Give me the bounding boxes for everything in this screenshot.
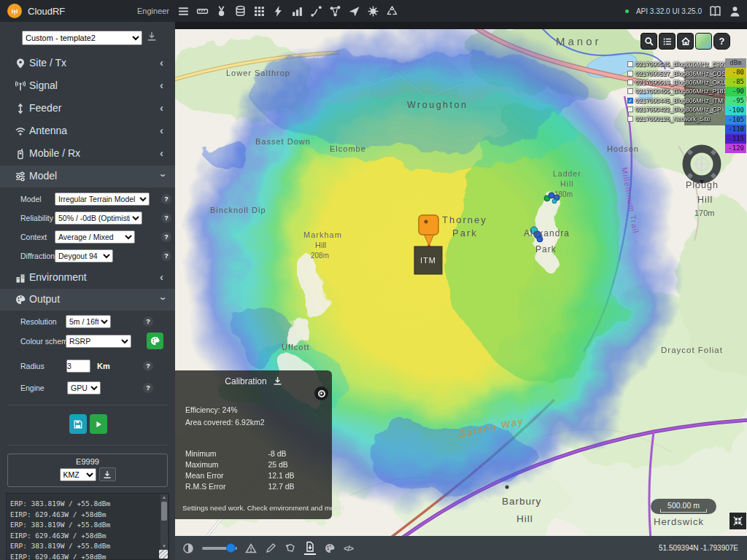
chevron-left-icon: ‹ — [160, 124, 163, 136]
sidebar-item-antenna[interactable]: Antenna‹ — [0, 120, 175, 142]
checkbox-unchecked[interactable] — [627, 71, 633, 77]
legend-entry: -105 — [725, 115, 746, 125]
chevron-left-icon: ‹ — [160, 79, 163, 91]
send-icon[interactable] — [348, 5, 360, 18]
sidebar-item-feeder[interactable]: Feeder‹ — [0, 98, 175, 120]
map-place-label: Markham — [303, 230, 342, 239]
radius-input[interactable] — [66, 359, 90, 373]
warning-icon[interactable] — [245, 542, 257, 554]
record-button[interactable] — [314, 386, 328, 400]
book-icon[interactable] — [709, 5, 721, 18]
checkbox-checked[interactable]: ✓ — [627, 98, 633, 104]
help-icon[interactable]: ? — [161, 251, 171, 261]
layers-list-button[interactable] — [659, 33, 676, 50]
basemap-button[interactable] — [695, 33, 712, 50]
code-icon[interactable]: </> — [344, 544, 353, 553]
checkbox-unchecked[interactable] — [627, 88, 633, 94]
medal-icon[interactable] — [215, 5, 228, 18]
export-box: E9999 KMZ — [7, 454, 168, 487]
contrast-icon[interactable] — [182, 542, 194, 554]
polygon-icon[interactable] — [285, 542, 296, 554]
chevron-left-icon: ‹ — [160, 101, 163, 114]
calibration-row: Maximum25 dB — [185, 459, 295, 470]
bolt-icon[interactable] — [272, 5, 285, 18]
export-download-button[interactable] — [99, 467, 116, 481]
legend-entry: -80 — [725, 68, 746, 77]
navbar: CloudRF Engineer API 3.32.0 UI 3.25.0 — [0, 0, 747, 22]
help-icon[interactable]: ? — [143, 316, 153, 327]
map-place-label: Elcombe — [330, 144, 366, 153]
help-icon[interactable]: ? — [143, 361, 153, 371]
console-scrollbar[interactable]: ▲ ▼ — [160, 494, 168, 559]
diffraction-select[interactable]: Deygout 94 — [55, 249, 113, 262]
run-button[interactable] — [90, 414, 107, 434]
export-format-select[interactable]: KMZ — [60, 468, 96, 481]
help-icon[interactable]: ? — [161, 194, 171, 204]
svg-text:ITM: ITM — [420, 256, 436, 265]
sidebar-item-signal[interactable]: Signal‹ — [0, 75, 175, 97]
reliability-select[interactable]: 50% / -0dB (Optimistic) — [55, 211, 142, 225]
stats-icon[interactable] — [291, 5, 303, 18]
console-text: ERP: 383.819W / +55.8dBm EIRP: 629.463W … — [7, 494, 169, 560]
engine-select[interactable]: GPU — [67, 381, 101, 394]
diffraction-row: DiffractionDeygout 94? — [0, 249, 175, 264]
opacity-slider[interactable] — [202, 547, 237, 550]
route-icon[interactable] — [310, 5, 322, 18]
section-environment[interactable]: Environment ‹ — [0, 267, 175, 289]
scroll-up-icon[interactable]: ▲ — [160, 494, 168, 501]
download-icon[interactable] — [273, 376, 282, 388]
scroll-thumb[interactable] — [161, 502, 167, 521]
model-select[interactable]: Irregular Terrain Model — [55, 192, 150, 206]
map-place-label: Lower Salthrop — [226, 69, 290, 77]
menu-icon[interactable] — [177, 5, 190, 18]
sidebar-item-mobile-rx[interactable]: Mobile / Rx‹ — [0, 143, 175, 165]
console-log: ERP: 383.819W / +55.8dBm EIRP: 629.463W … — [6, 493, 169, 560]
map-viewport[interactable]: ITM ManorLower SalthropWroughtonBasset D… — [175, 29, 747, 536]
colour-schema-select[interactable]: RSRP — [66, 335, 131, 348]
help-icon[interactable]: ? — [143, 383, 153, 393]
help-icon[interactable]: ? — [161, 213, 171, 223]
slider-handle[interactable] — [226, 543, 236, 553]
home-button[interactable] — [677, 33, 694, 50]
user-icon[interactable] — [729, 5, 741, 18]
checkbox-unchecked[interactable] — [627, 106, 633, 112]
checkbox-unchecked[interactable] — [627, 61, 633, 67]
colour-schema-row: Colour schema RSRP — [0, 335, 175, 349]
resolution-select[interactable]: 5m / 16ft — [66, 315, 111, 328]
sidebar-item-site-tx[interactable]: Site / Tx‹ — [0, 52, 175, 74]
palette-icon[interactable] — [324, 542, 336, 554]
template-select[interactable]: Custom - template2 — [22, 31, 142, 45]
chevron-down-icon: ‹ — [155, 174, 168, 177]
ruler-icon[interactable] — [196, 5, 209, 18]
scroll-down-icon[interactable]: ▼ — [160, 543, 168, 550]
divider — [7, 405, 168, 405]
help-button[interactable]: ? — [713, 33, 730, 50]
checkbox-unchecked[interactable] — [627, 116, 633, 122]
search-button[interactable] — [640, 33, 657, 50]
console-resize-handle[interactable] — [159, 550, 168, 559]
legend-entry: -95 — [725, 96, 746, 106]
calibration-efficiency: Efficiency: 24% — [185, 404, 332, 416]
collapse-map-button[interactable] — [729, 513, 746, 529]
database-icon[interactable] — [234, 5, 247, 18]
map-place-label: Thorney — [442, 214, 487, 225]
checkbox-unchecked[interactable] — [627, 79, 633, 85]
pencil-icon[interactable] — [265, 542, 276, 554]
section-output[interactable]: Output ‹ — [0, 289, 175, 311]
calibration-area: Area covered: 6.92km2 — [185, 416, 332, 429]
recycle-icon[interactable] — [386, 5, 398, 18]
template-row: Custom - template2 — [0, 29, 175, 47]
palette-button[interactable] — [147, 332, 163, 349]
virus-icon[interactable] — [367, 5, 379, 18]
grid-icon[interactable] — [253, 5, 266, 18]
scale-bracket — [660, 509, 707, 513]
section-model[interactable]: Model ‹ — [0, 166, 175, 187]
help-icon[interactable]: ? — [161, 232, 171, 242]
export-doc-icon[interactable] — [304, 541, 316, 555]
template-download-icon[interactable] — [147, 31, 157, 44]
context-select[interactable]: Average / Mixed — [55, 230, 135, 244]
map-place-label: Hill — [697, 195, 713, 205]
nodes-icon[interactable] — [329, 5, 341, 18]
save-button[interactable] — [69, 414, 87, 434]
calibration-table: Minimum-8 dBMaximum25 dBMean Error12.1 d… — [185, 448, 295, 491]
